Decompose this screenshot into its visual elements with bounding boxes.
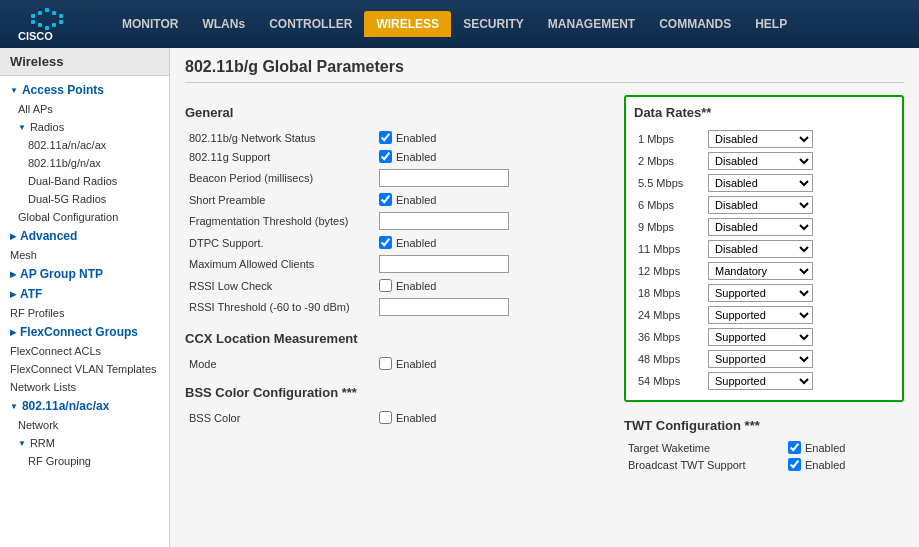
rate-select-6[interactable]: DisabledMandatorySupported	[708, 262, 813, 280]
sidebar-item-rf-profiles[interactable]: RF Profiles	[0, 304, 169, 322]
input-beacon-period[interactable]: 100	[379, 169, 509, 187]
field-bss-color: BSS Color Enabled	[185, 408, 609, 427]
rate-select-7[interactable]: DisabledMandatorySupported	[708, 284, 813, 302]
rate-row-5: 11 Mbps DisabledMandatorySupported	[634, 238, 894, 260]
rate-select-5[interactable]: DisabledMandatorySupported	[708, 240, 813, 258]
sidebar-item-flexconnect-acls[interactable]: FlexConnect ACLs	[0, 342, 169, 360]
cisco-logo: CISCO	[10, 6, 90, 42]
field-dtpc: DTPC Support. Enabled	[185, 233, 609, 252]
twt-row-0: Target Waketime Enabled	[624, 439, 904, 456]
general-section-header: General	[185, 105, 609, 120]
sidebar-item-flexconnect-groups[interactable]: ▶ FlexConnect Groups	[0, 322, 169, 342]
sidebar-item-80211a-n-ac-ax[interactable]: ▼ 802.11a/n/ac/ax	[0, 396, 169, 416]
svg-rect-6	[59, 20, 63, 24]
svg-rect-1	[38, 11, 42, 15]
svg-rect-7	[38, 23, 42, 27]
svg-rect-0	[45, 8, 49, 12]
sidebar-item-rrm[interactable]: ▼ RRM	[0, 434, 169, 452]
rate-select-11[interactable]: DisabledMandatorySupported	[708, 372, 813, 390]
input-fragmentation[interactable]: 2346	[379, 212, 509, 230]
sidebar-item-network[interactable]: Network	[0, 416, 169, 434]
rate-row-7: 18 Mbps DisabledMandatorySupported	[634, 282, 894, 304]
input-max-clients[interactable]: 200	[379, 255, 509, 273]
general-form: 802.11b/g Network Status Enabled 802.11g…	[185, 128, 609, 319]
twt-row-1: Broadcast TWT Support Enabled	[624, 456, 904, 473]
sidebar-item-mesh[interactable]: Mesh	[0, 246, 169, 264]
rate-row-9: 36 Mbps DisabledMandatorySupported	[634, 326, 894, 348]
twt-table: Target Waketime Enabled Broadcast TWT Su…	[624, 439, 904, 473]
checkbox-network-status[interactable]	[379, 131, 392, 144]
nav-wireless[interactable]: WIRELESS	[364, 11, 451, 37]
nav-commands[interactable]: COMMANDS	[647, 11, 743, 37]
expand-icon: ▼	[10, 86, 18, 95]
rate-select-2[interactable]: DisabledMandatorySupported	[708, 174, 813, 192]
main-content: 802.11b/g Global Parameters General 802.…	[170, 48, 919, 547]
nav-wlans[interactable]: WLANs	[190, 11, 257, 37]
nav-help[interactable]: HELP	[743, 11, 799, 37]
expand-icon: ▼	[18, 439, 26, 448]
sidebar-item-dual-band[interactable]: Dual-Band Radios	[0, 172, 169, 190]
field-fragmentation: Fragmentation Threshold (bytes) 2346	[185, 209, 609, 233]
svg-rect-4	[59, 14, 63, 18]
sidebar-item-flexconnect-vlan[interactable]: FlexConnect VLAN Templates	[0, 360, 169, 378]
checkbox-dtpc[interactable]	[379, 236, 392, 249]
ccx-form: Mode Enabled	[185, 354, 609, 373]
right-column: Data Rates** 1 Mbps DisabledMandatorySup…	[624, 95, 904, 479]
rate-select-9[interactable]: DisabledMandatorySupported	[708, 328, 813, 346]
rate-select-0[interactable]: DisabledMandatorySupported	[708, 130, 813, 148]
sidebar-item-radios[interactable]: ▼ Radios	[0, 118, 169, 136]
sidebar-item-atf[interactable]: ▶ ATF	[0, 284, 169, 304]
sidebar-item-access-points[interactable]: ▼ Access Points	[0, 80, 169, 100]
field-short-preamble: Short Preamble Enabled	[185, 190, 609, 209]
svg-rect-3	[31, 14, 35, 18]
checkbox-ccx-mode[interactable]	[379, 357, 392, 370]
checkbox-rssi-low[interactable]	[379, 279, 392, 292]
rate-row-11: 54 Mbps DisabledMandatorySupported	[634, 370, 894, 392]
twt-title: TWT Configuration ***	[624, 418, 904, 433]
field-80211g-support: 802.11g Support Enabled	[185, 147, 609, 166]
rate-row-6: 12 Mbps DisabledMandatorySupported	[634, 260, 894, 282]
rate-select-8[interactable]: DisabledMandatorySupported	[708, 306, 813, 324]
nav-controller[interactable]: CONTROLLER	[257, 11, 364, 37]
checkbox-bss-color[interactable]	[379, 411, 392, 424]
sidebar-item-80211bg[interactable]: 802.11b/g/n/ax	[0, 154, 169, 172]
data-rates-box: Data Rates** 1 Mbps DisabledMandatorySup…	[624, 95, 904, 402]
checkbox-broadcast-twt[interactable]	[788, 458, 801, 471]
checkbox-short-preamble[interactable]	[379, 193, 392, 206]
sidebar-title: Wireless	[0, 48, 169, 76]
nav-monitor[interactable]: MONITOR	[110, 11, 190, 37]
collapse-icon: ▶	[10, 290, 16, 299]
sidebar-item-network-lists[interactable]: Network Lists	[0, 378, 169, 396]
nav-security[interactable]: SECURITY	[451, 11, 536, 37]
input-rssi-threshold[interactable]: -80	[379, 298, 509, 316]
bss-form: BSS Color Enabled	[185, 408, 609, 427]
rate-select-1[interactable]: DisabledMandatorySupported	[708, 152, 813, 170]
svg-rect-8	[52, 23, 56, 27]
sidebar-item-global-config[interactable]: Global Configuration	[0, 208, 169, 226]
checkbox-target-waketime[interactable]	[788, 441, 801, 454]
collapse-icon: ▶	[10, 328, 16, 337]
sidebar-item-80211a[interactable]: 802.11a/n/ac/ax	[0, 136, 169, 154]
rate-row-2: 5.5 Mbps DisabledMandatorySupported	[634, 172, 894, 194]
svg-rect-2	[52, 11, 56, 15]
rate-select-4[interactable]: DisabledMandatorySupported	[708, 218, 813, 236]
rate-row-8: 24 Mbps DisabledMandatorySupported	[634, 304, 894, 326]
checkbox-80211g[interactable]	[379, 150, 392, 163]
left-column: General 802.11b/g Network Status Enabled	[185, 95, 609, 479]
sidebar-item-rf-grouping[interactable]: RF Grouping	[0, 452, 169, 470]
sidebar-item-dual-5g[interactable]: Dual-5G Radios	[0, 190, 169, 208]
sidebar: Wireless ▼ Access Points All APs ▼ Radio…	[0, 48, 170, 547]
nav-management[interactable]: MANAGEMENT	[536, 11, 647, 37]
field-ccx-mode: Mode Enabled	[185, 354, 609, 373]
sidebar-item-all-aps[interactable]: All APs	[0, 100, 169, 118]
field-beacon-period: Beacon Period (millisecs) 100	[185, 166, 609, 190]
expand-icon: ▼	[18, 123, 26, 132]
ccx-section-header: CCX Location Measurement	[185, 331, 609, 346]
field-rssi-low-check: RSSI Low Check Enabled	[185, 276, 609, 295]
sidebar-item-ap-group-ntp[interactable]: ▶ AP Group NTP	[0, 264, 169, 284]
top-navbar: CISCO MONITOR WLANs CONTROLLER WIRELESS …	[0, 0, 919, 48]
rate-select-10[interactable]: DisabledMandatorySupported	[708, 350, 813, 368]
sidebar-item-advanced[interactable]: ▶ Advanced	[0, 226, 169, 246]
field-network-status: 802.11b/g Network Status Enabled	[185, 128, 609, 147]
rate-select-3[interactable]: DisabledMandatorySupported	[708, 196, 813, 214]
